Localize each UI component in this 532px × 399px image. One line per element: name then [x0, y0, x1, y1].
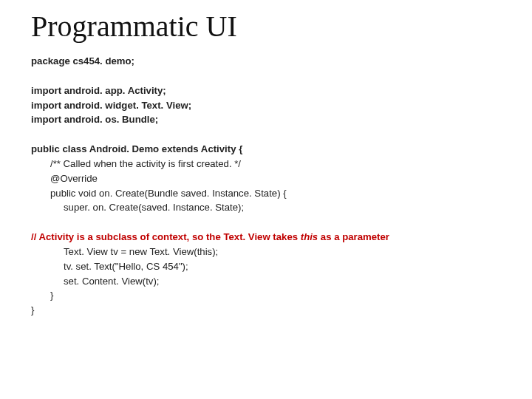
code-line: super. on. Create(saved. Instance. State… — [31, 200, 511, 215]
code-line: set. Content. View(tv); — [31, 274, 511, 289]
comment-italic: this — [301, 231, 318, 242]
code-line: import android. widget. Text. View; — [31, 98, 511, 113]
comment-line: // Activity is a subclass of context, so… — [31, 230, 511, 245]
blank-line — [31, 215, 511, 230]
code-line: Text. View tv = new Text. View(this); — [31, 245, 511, 259]
blank-line — [31, 69, 511, 83]
slide-title: Programmatic UI — [31, 9, 511, 44]
code-line: @Override — [31, 171, 511, 186]
blank-line — [31, 127, 511, 142]
code-block: package cs454. demo; import android. app… — [31, 54, 511, 318]
code-line: /** Called when the activity is first cr… — [31, 157, 511, 171]
code-line: import android. app. Activity; — [31, 83, 511, 98]
code-line: package cs454. demo; — [31, 54, 511, 69]
code-line: import android. os. Bundle; — [31, 112, 511, 127]
code-line: tv. set. Text("Hello, CS 454"); — [31, 259, 511, 274]
code-line: } — [31, 288, 511, 303]
code-line: public class Android. Demo extends Activ… — [31, 142, 511, 157]
code-line: public void on. Create(Bundle saved. Ins… — [31, 186, 511, 201]
code-line: } — [31, 303, 511, 318]
comment-text: as a parameter — [318, 231, 389, 242]
comment-text: // Activity is a subclass of context, so… — [31, 231, 301, 242]
slide: Programmatic UI package cs454. demo; imp… — [0, 0, 532, 399]
